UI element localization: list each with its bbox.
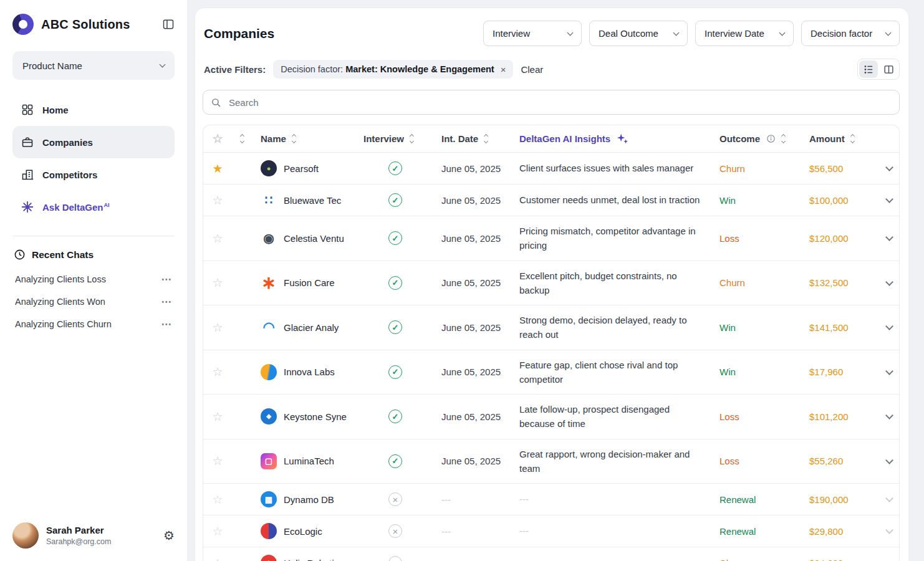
chat-options-icon[interactable]: ••• <box>161 276 172 283</box>
sort-icon[interactable] <box>292 135 296 143</box>
column-header-name[interactable]: Name <box>252 133 355 144</box>
outcome-value: Win <box>711 367 801 377</box>
building-icon <box>21 168 34 181</box>
interview-status-icon: ✓ <box>388 276 402 290</box>
table-row[interactable]: ★ ● Pearsoft ✓ June 05, 2025 Client surf… <box>203 153 899 184</box>
interview-status-icon: ✓ <box>388 410 402 423</box>
company-name: Celestia Ventu <box>284 233 344 244</box>
table-row[interactable]: ☆ ◆ Keystone Syne ✓ June 05, 2025 Late f… <box>203 394 899 439</box>
interview-status-icon: ✓ <box>388 454 402 468</box>
sidebar-item-companies[interactable]: Companies <box>12 126 175 158</box>
sidebar-collapse-button[interactable] <box>162 18 175 31</box>
sidebar-item-competitors[interactable]: Competitors <box>12 158 175 191</box>
interview-status-icon: × <box>388 556 402 561</box>
ai-insight-text: Feature gap, client chose rival and top … <box>511 358 711 387</box>
interview-date: --- <box>433 494 511 505</box>
remove-filter-icon[interactable]: × <box>501 65 506 74</box>
sidebar-item-ask-deltagen[interactable]: Ask DeltaGenAI <box>12 191 175 223</box>
row-expand-chevron[interactable] <box>885 526 893 534</box>
table-row[interactable]: ☆ EcoLogic × --- --- Renewal $29,800 <box>203 515 899 547</box>
favorite-star-icon[interactable]: ☆ <box>212 277 223 289</box>
table-row[interactable]: ☆ ∷ Bluewave Tec ✓ June 05, 2025 Custome… <box>203 184 899 216</box>
column-header-amount[interactable]: Amount <box>801 133 870 144</box>
ai-insight-text: Customer needs unmet, deal lost in tract… <box>511 193 711 207</box>
row-expand-chevron[interactable] <box>885 233 893 241</box>
ai-insight-text: Great rapport, wrong decision-maker and … <box>511 447 711 476</box>
table-header-row: ☆ Name Interview Int. Date <box>203 125 899 153</box>
interview-date-filter-dropdown[interactable]: Interview Date <box>695 21 794 46</box>
chat-options-icon[interactable]: ••• <box>161 321 172 328</box>
favorite-star-icon[interactable]: ☆ <box>212 455 223 467</box>
board-view-button[interactable] <box>879 60 898 78</box>
row-expand-chevron[interactable] <box>885 195 893 203</box>
brand: ABC Solutions <box>12 14 175 35</box>
sort-icon[interactable] <box>484 135 488 143</box>
sort-icon[interactable] <box>241 135 244 143</box>
sort-icon[interactable] <box>851 135 854 143</box>
row-expand-chevron[interactable] <box>885 494 893 502</box>
sort-icon[interactable] <box>410 135 413 143</box>
row-expand-chevron[interactable] <box>885 278 893 286</box>
board-view-icon <box>883 64 894 75</box>
product-select[interactable]: Product Name <box>12 51 175 80</box>
decision-factor-filter-dropdown[interactable]: Decision factor <box>801 21 900 46</box>
favorite-star-icon[interactable]: ☆ <box>212 322 223 333</box>
avatar <box>12 522 39 549</box>
settings-gear-icon[interactable]: ⚙ <box>163 528 175 543</box>
company-logo-icon: ● <box>261 160 277 176</box>
company-name: Keystone Syne <box>284 411 347 422</box>
list-view-button[interactable] <box>859 60 878 78</box>
favorite-star-icon[interactable]: ☆ <box>212 557 223 561</box>
table-row[interactable]: ☆ Innova Labs ✓ June 05, 2025 Feature ga… <box>203 350 899 395</box>
active-filter-chip[interactable]: Decision factor: Market: Knowledge & Eng… <box>273 60 513 79</box>
deal-outcome-filter-dropdown[interactable]: Deal Outcome <box>589 21 688 46</box>
table-row[interactable]: ☆ ◉ Celestia Ventu ✓ June 05, 2025 Prici… <box>203 216 899 261</box>
interview-filter-dropdown[interactable]: Interview <box>483 21 582 46</box>
filter-dropdowns: Interview Deal Outcome Interview Date De… <box>483 21 900 46</box>
table-row[interactable]: ☆ ▢ LuminaTech ✓ June 05, 2025 Great rap… <box>203 439 899 484</box>
column-header-interview[interactable]: Interview <box>355 133 433 144</box>
column-header-int-date[interactable]: Int. Date <box>433 133 511 144</box>
chat-options-icon[interactable]: ••• <box>161 299 172 305</box>
table-row[interactable]: ☆ ∗ Fusion Care ✓ June 05, 2025 Excellen… <box>203 261 899 305</box>
recent-chat-item[interactable]: Analyzing Clients Churn ••• <box>12 313 175 335</box>
favorite-star-icon[interactable]: ★ <box>212 163 223 175</box>
chat-title: Analyzing Clients Loss <box>15 274 106 284</box>
table-row[interactable]: ☆ ▦ Dynamo DB × --- --- Renewal $190,000 <box>203 483 899 515</box>
sidebar-item-home[interactable]: Home <box>12 94 175 126</box>
favorite-star-icon[interactable]: ☆ <box>212 366 223 378</box>
favorite-star-icon[interactable]: ☆ <box>212 194 223 206</box>
table-row[interactable]: ☆ ◠ Glacier Analy ✓ June 05, 2025 Strong… <box>203 305 899 350</box>
column-header-outcome[interactable]: Outcome <box>711 133 801 144</box>
sort-icon[interactable] <box>782 135 785 143</box>
ai-superscript: AI <box>104 202 110 208</box>
company-name: Bluewave Tec <box>284 195 341 206</box>
sparkle-asterisk-icon <box>21 201 34 213</box>
row-expand-chevron[interactable] <box>885 367 893 375</box>
ai-insight-text: Pricing mismatch, competitor advantage i… <box>511 224 711 253</box>
row-expand-chevron[interactable] <box>885 411 893 420</box>
amount-value: $132,500 <box>801 277 870 288</box>
clear-filters-button[interactable]: Clear <box>521 64 543 75</box>
favorite-star-icon[interactable]: ☆ <box>212 525 223 537</box>
favorite-star-icon[interactable]: ☆ <box>212 411 223 423</box>
amount-value: $56,500 <box>801 163 870 174</box>
favorite-star-icon[interactable]: ☆ <box>212 233 223 244</box>
recent-chat-item[interactable]: Analyzing Clients Won ••• <box>12 290 175 313</box>
interview-status-icon: ✓ <box>388 161 402 175</box>
table-row[interactable]: ☆ ∴ Helix Robotics × --- --- Churn $64,2… <box>203 547 899 561</box>
sidebar-item-label: Ask DeltaGenAI <box>42 202 110 213</box>
row-expand-chevron[interactable] <box>885 456 893 464</box>
info-icon[interactable] <box>766 134 776 143</box>
recent-chat-item[interactable]: Analyzing Clients Loss ••• <box>12 268 175 290</box>
row-expand-chevron[interactable] <box>885 322 893 330</box>
row-expand-chevron[interactable] <box>885 558 893 561</box>
row-expand-chevron[interactable] <box>885 163 893 171</box>
panel-collapse-icon <box>162 18 175 31</box>
search-icon <box>211 97 221 108</box>
amount-value: $141,500 <box>801 322 870 333</box>
search-input[interactable] <box>228 97 892 108</box>
favorite-star-icon[interactable]: ☆ <box>212 494 223 506</box>
recent-chats-header: Recent Chats <box>12 249 175 261</box>
favorite-all-star-icon[interactable]: ☆ <box>212 133 223 145</box>
